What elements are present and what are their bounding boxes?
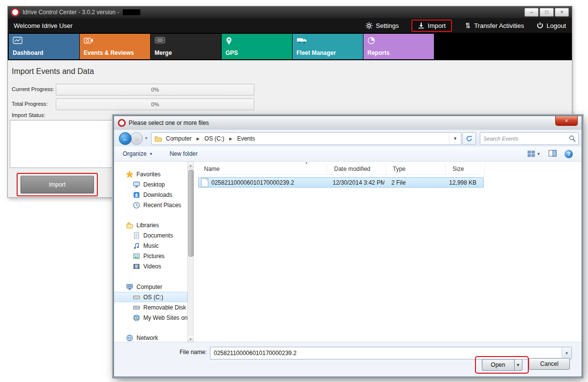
open-button[interactable]: Open bbox=[482, 359, 514, 371]
sidebar-item-removable-disk[interactable]: Removable Disk ( bbox=[114, 302, 187, 312]
back-button[interactable]: ← bbox=[119, 132, 132, 145]
music-note-icon bbox=[133, 242, 140, 250]
close-button[interactable]: × bbox=[555, 8, 569, 17]
search-input[interactable] bbox=[480, 136, 569, 142]
downloads-icon bbox=[133, 191, 140, 199]
picture-icon bbox=[133, 252, 140, 260]
sidebar-label: Network bbox=[136, 334, 158, 341]
tile-dashboard[interactable]: Dashboard bbox=[9, 34, 79, 59]
sidebar-item-videos[interactable]: Videos bbox=[114, 261, 187, 271]
import-menu-item[interactable]: Import bbox=[418, 22, 446, 29]
sidebar-item-documents[interactable]: Documents bbox=[114, 230, 187, 240]
sidebar-scrollbar[interactable]: ▲ ▼ bbox=[187, 162, 194, 343]
dialog-logo-icon bbox=[118, 119, 126, 127]
logout-menu-item[interactable]: Logout bbox=[537, 22, 566, 29]
sidebar-item-downloads[interactable]: Downloads bbox=[114, 190, 187, 200]
history-dropdown-icon[interactable]: ▼ bbox=[144, 136, 148, 141]
tile-merge-label: Merge bbox=[155, 49, 172, 56]
nav-tile-strip: Dashboard Events & Reviews Merge GPS Fle… bbox=[8, 33, 572, 60]
sidebar-label: Favorites bbox=[136, 171, 160, 178]
import-button[interactable]: Import bbox=[21, 176, 94, 193]
search-box[interactable] bbox=[480, 132, 579, 145]
sidebar-item-os-c[interactable]: OS (C:) bbox=[114, 292, 187, 302]
libraries-icon bbox=[126, 221, 134, 229]
sidebar-item-music[interactable]: Music bbox=[114, 240, 187, 251]
column-header-size[interactable]: Size bbox=[446, 164, 485, 174]
power-icon bbox=[537, 22, 543, 29]
settings-menu-item[interactable]: Settings bbox=[365, 22, 399, 29]
sidebar-group-computer[interactable]: Computer bbox=[114, 282, 187, 292]
preview-pane-button[interactable] bbox=[548, 150, 557, 158]
minimize-button[interactable]: – bbox=[524, 8, 539, 17]
column-header-type[interactable]: Type bbox=[386, 164, 446, 174]
main-titlebar[interactable]: Idrive Control Center - 3.0.2 version - … bbox=[8, 6, 572, 18]
events-camera-icon bbox=[84, 37, 93, 44]
sidebar-label: Music bbox=[143, 242, 158, 249]
file-row-selected[interactable]: 025821100006010170000239.2 12/30/2014 3:… bbox=[198, 177, 484, 188]
breadcrumb[interactable]: Computer ▶ OS (C:) ▶ Events ▼ bbox=[151, 132, 461, 145]
sidebar-label: Videos bbox=[143, 263, 161, 270]
forward-button[interactable]: → bbox=[130, 132, 143, 145]
sidebar-item-pictures[interactable]: Pictures bbox=[114, 251, 187, 261]
breadcrumb-events[interactable]: Events bbox=[233, 133, 259, 144]
welcome-text: Welcome Idrive User bbox=[14, 22, 72, 29]
merge-badge-icon bbox=[155, 37, 165, 44]
tile-fleet-manager[interactable]: Fleet Manager bbox=[293, 34, 363, 59]
new-folder-button[interactable]: New folder bbox=[170, 150, 198, 157]
preview-pane-icon bbox=[548, 150, 557, 157]
sidebar-label: Computer bbox=[136, 284, 162, 290]
organize-menu[interactable]: Organize ▼ bbox=[123, 150, 153, 157]
clock-icon bbox=[133, 201, 140, 209]
folder-icon bbox=[155, 136, 162, 142]
file-name-input[interactable] bbox=[210, 350, 562, 357]
sidebar-group-libraries[interactable]: Libraries bbox=[114, 220, 187, 230]
maximize-button[interactable]: □ bbox=[540, 8, 554, 17]
file-icon bbox=[201, 178, 208, 187]
cancel-button[interactable]: Cancel bbox=[529, 358, 570, 370]
sidebar-item-desktop[interactable]: Desktop bbox=[114, 179, 187, 190]
views-button[interactable]: ▼ bbox=[527, 150, 541, 157]
column-header-name[interactable]: Name bbox=[197, 164, 327, 174]
total-progress-value: 0% bbox=[151, 101, 159, 107]
scroll-up-icon[interactable]: ▲ bbox=[188, 162, 193, 168]
open-split-dropdown[interactable]: ▼ bbox=[514, 359, 522, 371]
refresh-button[interactable] bbox=[462, 132, 476, 145]
screen: Idrive Control Center - 3.0.2 version - … bbox=[0, 0, 588, 382]
sidebar-item-my-web-sites[interactable]: My Web Sites on bbox=[114, 312, 187, 323]
transfer-activities-label: Transfer Activities bbox=[474, 22, 524, 29]
address-dropdown-icon[interactable]: ▼ bbox=[449, 133, 461, 144]
dialog-titlebar[interactable]: Please select one or more files × bbox=[114, 116, 582, 130]
file-name-dropdown-icon[interactable]: ▼ bbox=[562, 347, 571, 359]
sidebar-label: Pictures bbox=[143, 253, 164, 260]
help-button[interactable]: ? bbox=[565, 150, 573, 158]
breadcrumb-computer[interactable]: Computer bbox=[162, 133, 196, 144]
computer-icon bbox=[126, 283, 134, 291]
star-icon bbox=[126, 170, 134, 178]
tile-events-reviews[interactable]: Events & Reviews bbox=[80, 34, 150, 59]
tile-reports[interactable]: Reports bbox=[363, 34, 434, 59]
address-bar: ← → ▼ Computer ▶ OS (C:) ▶ Events ▼ bbox=[114, 130, 582, 146]
tile-merge[interactable]: Merge bbox=[151, 34, 221, 59]
tile-gps[interactable]: GPS bbox=[222, 34, 292, 59]
file-name-label: File name: bbox=[177, 349, 207, 356]
document-icon bbox=[133, 232, 140, 239]
transfer-activities-menu-item[interactable]: Transfer Activities bbox=[465, 22, 524, 29]
fleet-truck-icon bbox=[296, 37, 307, 44]
file-list: ▲ Name Date modified Type Size 025821100… bbox=[197, 162, 582, 343]
search-icon bbox=[569, 135, 576, 142]
views-grid-icon bbox=[527, 150, 535, 157]
sidebar-group-network[interactable]: Network bbox=[114, 333, 187, 343]
gear-icon bbox=[365, 22, 373, 29]
dialog-close-button[interactable]: × bbox=[555, 116, 578, 126]
tile-gps-label: GPS bbox=[226, 49, 238, 56]
breadcrumb-separator-icon: ▶ bbox=[196, 137, 201, 141]
sidebar-group-favorites[interactable]: Favorites bbox=[114, 169, 187, 179]
breadcrumb-os-c[interactable]: OS (C:) bbox=[201, 133, 228, 144]
tile-fleet-label: Fleet Manager bbox=[296, 49, 336, 56]
column-header-date-modified[interactable]: Date modified bbox=[327, 164, 386, 174]
page-title: Import Events and Data bbox=[12, 67, 94, 76]
total-progress-bar: 0% bbox=[56, 98, 254, 110]
tile-dashboard-label: Dashboard bbox=[13, 49, 44, 56]
scrollbar-thumb[interactable] bbox=[188, 170, 194, 257]
sidebar-item-recent-places[interactable]: Recent Places bbox=[114, 200, 187, 210]
